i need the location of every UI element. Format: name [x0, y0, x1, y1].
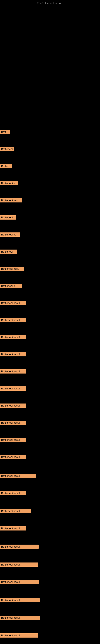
bottleneck-result-item[interactable]: Bottleneck — [0, 147, 14, 151]
bottleneck-result-item[interactable]: Bottleneck result — [0, 335, 26, 339]
bottleneck-result-item[interactable]: Bottleneck result — [0, 420, 26, 425]
bottleneck-result-item[interactable]: Bottleneck result — [0, 301, 26, 305]
cursor-line — [0, 124, 0, 127]
bottleneck-result-item[interactable]: Bottleneck — [0, 215, 16, 220]
cursor-line — [0, 107, 0, 110]
bottleneck-result-item[interactable]: Bottleneck result — [0, 562, 38, 567]
bottleneck-result-item[interactable]: Bottleneck result — [0, 474, 36, 478]
bottleneck-result-item[interactable]: Bottleneck result — [0, 616, 40, 620]
bottleneck-result-item[interactable]: Bottleneck result — [0, 404, 26, 408]
bottleneck-result-item[interactable]: Bottleneck r — [0, 181, 18, 185]
bottleneck-result-item[interactable]: Bottler — [0, 164, 12, 168]
bottleneck-result-item[interactable]: Bottleneck result — [0, 580, 39, 584]
bottleneck-result-item[interactable]: Bottleneck r — [0, 284, 22, 288]
bottleneck-result-item[interactable]: Bottleneck result — [0, 455, 26, 459]
bottleneck-result-item[interactable]: Bottleneck resu — [0, 267, 24, 271]
bottleneck-result-item[interactable]: Bottleneck result — [0, 509, 31, 513]
bottleneck-result-item[interactable]: Bottleneck result — [0, 369, 26, 374]
bottleneck-result-item[interactable]: Bottleneck result — [0, 352, 26, 356]
bottleneck-result-item[interactable]: Bottleneck result — [0, 544, 39, 549]
bottleneck-result-item[interactable]: Bottleneck result — [0, 386, 26, 391]
bottleneck-result-item[interactable]: Bottlenecl — [0, 250, 17, 254]
bottleneck-result-item[interactable]: Bottleneck result — [0, 598, 40, 602]
bottleneck-result-item[interactable]: Bottl — [0, 130, 10, 134]
bottleneck-result-item[interactable]: Bottleneck result — [0, 633, 38, 638]
bottleneck-result-item[interactable]: Bottleneck re — [0, 232, 20, 237]
site-title: TheBottlenecker.com — [37, 2, 63, 5]
bottleneck-result-item[interactable]: Bottleneck result — [0, 526, 26, 530]
bottleneck-result-item[interactable]: Bottleneck res — [0, 198, 22, 202]
bottleneck-result-item[interactable]: Bottleneck result — [0, 491, 26, 495]
bottleneck-result-item[interactable]: Bottleneck result — [0, 318, 26, 322]
bottleneck-result-item[interactable]: Bottleneck result — [0, 438, 26, 442]
